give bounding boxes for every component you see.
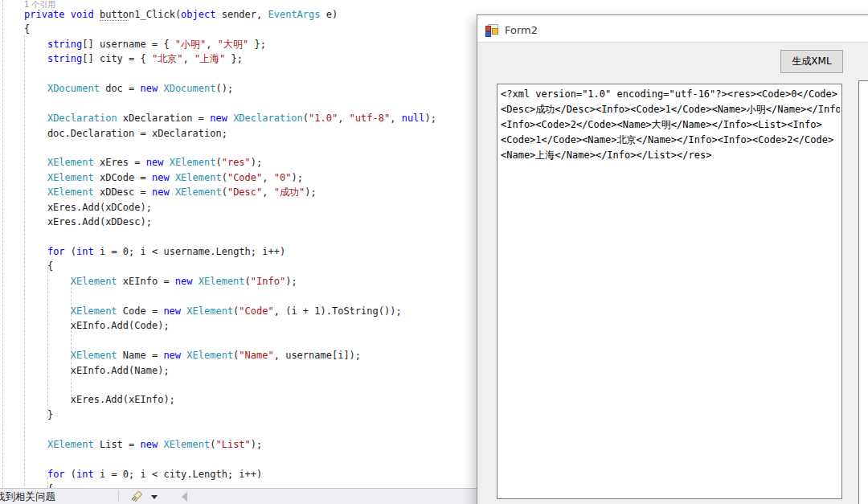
code-token: "res" (222, 157, 251, 168)
code-token: xEres.Add(xDDesc); (24, 216, 152, 227)
code-token: for (47, 469, 65, 480)
code-token: xEres = (94, 157, 146, 168)
winforms-app-icon (485, 24, 498, 37)
xml-output-line: <Name>上海</Name></Info></List></res> (501, 148, 840, 163)
code-token: ( (222, 186, 227, 198)
code-token: XElement (175, 172, 222, 183)
code-token: ); (251, 157, 262, 168)
code-token: , (390, 113, 401, 124)
code-token: "1.0" (309, 113, 338, 124)
code-token: EventArgs (268, 9, 321, 20)
code-token: XElement (170, 157, 216, 168)
code-token (24, 276, 71, 287)
code-token (24, 53, 47, 64)
form2-window: Form2 生成XML <?xml version="1.0" encoding… (477, 14, 868, 504)
code-token: new (152, 172, 170, 183)
code-token (24, 469, 47, 480)
code-token: e) (321, 9, 338, 20)
code-token: { (24, 260, 53, 272)
code-token: [] username = { (82, 39, 175, 50)
form2-titlebar[interactable]: Form2 (477, 15, 868, 43)
xml-output-line: <Info><Code>2</Code><Name>大明</Name></Inf… (501, 117, 840, 133)
code-token: int (76, 469, 94, 480)
code-token: xDCode = (94, 172, 152, 183)
code-token: "小明" (175, 39, 206, 50)
code-token: "List" (215, 439, 250, 450)
code-token: doc.Declaration = xDeclaration; (24, 128, 227, 139)
code-token: "utf-8" (350, 113, 391, 124)
xml-output-line: <Code>1</Code><Name>北京</Name></Info><Inf… (501, 133, 840, 148)
code-token: ); (425, 113, 436, 124)
code-token (24, 305, 71, 317)
code-token: xEInfo.Add(Code); (24, 320, 170, 331)
code-token: , username[i]); (274, 350, 361, 361)
code-token: ( (303, 113, 309, 124)
code-token (170, 172, 175, 183)
code-token: new (175, 276, 193, 287)
code-token: XElement (47, 186, 94, 198)
code-token: int (76, 246, 94, 257)
code-token: new (163, 305, 181, 317)
code-token: "Code" (227, 172, 262, 183)
code-token: i = 0; i < city.Length; i++) (94, 469, 263, 480)
code-token: XElement (199, 276, 245, 287)
code-token: new (141, 83, 158, 94)
xml-output-line: <?xml version="1.0" encoding="utf-16"?><… (501, 87, 840, 102)
code-token: xDDesc = (94, 186, 152, 198)
code-token (193, 276, 199, 287)
code-token: n1_Click( (129, 9, 181, 20)
code-token: new (141, 439, 158, 450)
code-token: private (24, 9, 65, 20)
code-token: "Code" (239, 305, 273, 317)
code-token: XElement (186, 305, 233, 317)
code-token (24, 157, 47, 168)
code-token (24, 439, 47, 450)
code-token: ( (215, 157, 221, 168)
code-token: void (71, 9, 94, 20)
code-token: for (47, 246, 65, 257)
code-token: "北京" (152, 53, 182, 64)
code-token (163, 157, 169, 168)
code-token: "成功" (274, 186, 305, 198)
code-token: }; (225, 53, 243, 64)
code-token: "Info" (251, 276, 285, 287)
code-token: doc = (100, 83, 141, 94)
code-token: } (24, 409, 53, 420)
code-token: string (47, 53, 82, 64)
problems-status-text: 找到相关问题 (0, 490, 55, 504)
code-token (24, 83, 47, 94)
code-token: XElement (47, 172, 94, 183)
generate-xml-button[interactable]: 生成XML (780, 50, 843, 73)
xml-output-textbox[interactable]: <?xml version="1.0" encoding="utf-16"?><… (497, 84, 842, 499)
code-token: xEres.Add(xDCode); (24, 202, 152, 213)
chevron-down-icon (151, 495, 158, 502)
code-token: , (206, 39, 217, 50)
code-token: { (24, 23, 30, 35)
scroll-left-arrow-icon[interactable] (182, 492, 187, 502)
code-token: "0" (274, 172, 292, 183)
code-token: , (338, 113, 349, 124)
side-textbox-partial[interactable] (858, 80, 868, 504)
code-token: "上海" (194, 53, 225, 64)
separator (118, 490, 119, 502)
code-token: string (47, 39, 82, 50)
code-token: ( (65, 469, 76, 480)
code-token (24, 186, 47, 198)
code-token: , (262, 186, 273, 198)
code-token: "Desc" (227, 186, 262, 198)
code-token: butto (100, 9, 129, 21)
code-token: Code = (117, 305, 164, 317)
code-token (24, 246, 47, 257)
code-token (24, 350, 71, 361)
code-token (94, 9, 100, 20)
code-token: Name = (117, 350, 164, 361)
code-token (65, 9, 71, 20)
code-token: XElement (47, 157, 94, 168)
code-token: sender, (215, 9, 268, 20)
code-token: , (182, 53, 194, 64)
code-token: XDeclaration (233, 113, 303, 124)
code-token: new (146, 157, 164, 168)
clear-messages-button[interactable] (129, 490, 161, 504)
code-token: ); (285, 276, 297, 287)
code-token: xEInfo = (117, 276, 175, 287)
